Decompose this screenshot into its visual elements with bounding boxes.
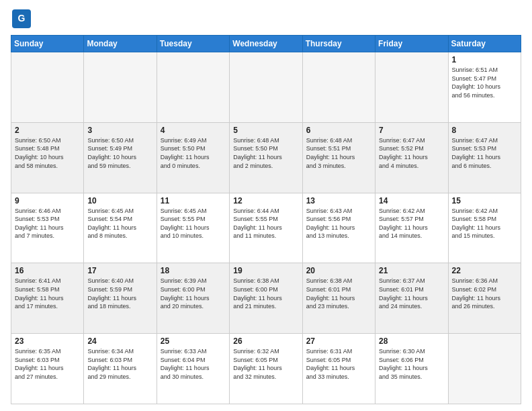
calendar-cell: 14Sunrise: 6:42 AM Sunset: 5:57 PM Dayli…: [375, 193, 448, 263]
day-info: Sunrise: 6:30 AM Sunset: 6:06 PM Dayligh…: [379, 347, 444, 381]
calendar-cell: [84, 52, 157, 123]
day-info: Sunrise: 6:50 AM Sunset: 5:49 PM Dayligh…: [87, 136, 152, 170]
day-number: 1: [452, 55, 517, 64]
calendar-cell: 15Sunrise: 6:42 AM Sunset: 5:58 PM Dayli…: [448, 193, 521, 263]
calendar-cell: 7Sunrise: 6:47 AM Sunset: 5:52 PM Daylig…: [375, 122, 448, 193]
day-number: 8: [452, 126, 517, 135]
calendar-table: SundayMondayTuesdayWednesdayThursdayFrid…: [11, 35, 521, 404]
weekday-header-row: SundayMondayTuesdayWednesdayThursdayFrid…: [11, 36, 521, 52]
calendar-cell: 26Sunrise: 6:32 AM Sunset: 6:05 PM Dayli…: [230, 334, 302, 404]
day-info: Sunrise: 6:48 AM Sunset: 5:50 PM Dayligh…: [233, 136, 298, 170]
day-number: 3: [87, 126, 152, 135]
day-info: Sunrise: 6:46 AM Sunset: 5:53 PM Dayligh…: [15, 207, 80, 240]
weekday-monday: Monday: [84, 36, 157, 52]
calendar-cell: [230, 52, 302, 123]
day-number: 4: [161, 126, 226, 135]
week-row-1: 1Sunrise: 6:51 AM Sunset: 5:47 PM Daylig…: [11, 52, 521, 123]
calendar-cell: 5Sunrise: 6:48 AM Sunset: 5:50 PM Daylig…: [230, 122, 302, 193]
day-info: Sunrise: 6:47 AM Sunset: 5:53 PM Dayligh…: [452, 136, 517, 170]
day-info: Sunrise: 6:35 AM Sunset: 6:03 PM Dayligh…: [15, 347, 80, 381]
day-number: 11: [161, 196, 226, 205]
calendar-cell: [302, 52, 375, 123]
day-info: Sunrise: 6:36 AM Sunset: 6:02 PM Dayligh…: [452, 277, 517, 310]
calendar-cell: 2Sunrise: 6:50 AM Sunset: 5:48 PM Daylig…: [11, 122, 84, 193]
calendar-cell: [157, 52, 229, 123]
calendar-cell: 18Sunrise: 6:39 AM Sunset: 6:00 PM Dayli…: [157, 263, 229, 334]
day-number: 10: [87, 196, 152, 205]
calendar-cell: [448, 334, 521, 404]
day-number: 2: [15, 126, 80, 135]
day-info: Sunrise: 6:32 AM Sunset: 6:05 PM Dayligh…: [233, 347, 298, 381]
day-info: Sunrise: 6:33 AM Sunset: 6:04 PM Dayligh…: [161, 347, 226, 381]
day-info: Sunrise: 6:45 AM Sunset: 5:55 PM Dayligh…: [161, 207, 226, 240]
calendar-cell: 20Sunrise: 6:38 AM Sunset: 6:01 PM Dayli…: [302, 263, 375, 334]
day-number: 25: [161, 336, 226, 346]
day-info: Sunrise: 6:49 AM Sunset: 5:50 PM Dayligh…: [161, 136, 226, 170]
calendar-cell: 4Sunrise: 6:49 AM Sunset: 5:50 PM Daylig…: [157, 122, 229, 193]
calendar-cell: 21Sunrise: 6:37 AM Sunset: 6:01 PM Dayli…: [375, 263, 448, 334]
day-info: Sunrise: 6:42 AM Sunset: 5:57 PM Dayligh…: [379, 207, 444, 240]
day-number: 19: [233, 266, 298, 275]
day-number: 13: [306, 196, 371, 205]
day-info: Sunrise: 6:31 AM Sunset: 6:05 PM Dayligh…: [306, 347, 371, 381]
logo: G: [11, 8, 35, 30]
day-info: Sunrise: 6:50 AM Sunset: 5:48 PM Dayligh…: [15, 136, 80, 170]
day-info: Sunrise: 6:41 AM Sunset: 5:58 PM Dayligh…: [15, 277, 80, 310]
day-number: 27: [306, 336, 371, 346]
day-number: 23: [15, 336, 80, 346]
calendar-cell: 10Sunrise: 6:45 AM Sunset: 5:54 PM Dayli…: [84, 193, 157, 263]
weekday-saturday: Saturday: [448, 36, 521, 52]
svg-text:G: G: [18, 13, 26, 24]
calendar-cell: 9Sunrise: 6:46 AM Sunset: 5:53 PM Daylig…: [11, 193, 84, 263]
weekday-sunday: Sunday: [11, 36, 84, 52]
day-number: 26: [233, 336, 298, 346]
calendar-cell: [11, 52, 84, 123]
day-info: Sunrise: 6:43 AM Sunset: 5:56 PM Dayligh…: [306, 207, 371, 240]
calendar-cell: 19Sunrise: 6:38 AM Sunset: 6:00 PM Dayli…: [230, 263, 302, 334]
day-number: 20: [306, 266, 371, 275]
calendar-cell: 24Sunrise: 6:34 AM Sunset: 6:03 PM Dayli…: [84, 334, 157, 404]
day-number: 15: [452, 196, 517, 205]
calendar-cell: [375, 52, 448, 123]
weekday-friday: Friday: [375, 36, 448, 52]
calendar-cell: 27Sunrise: 6:31 AM Sunset: 6:05 PM Dayli…: [302, 334, 375, 404]
weekday-wednesday: Wednesday: [230, 36, 302, 52]
calendar-cell: 17Sunrise: 6:40 AM Sunset: 5:59 PM Dayli…: [84, 263, 157, 334]
day-info: Sunrise: 6:39 AM Sunset: 6:00 PM Dayligh…: [161, 277, 226, 310]
calendar-cell: 16Sunrise: 6:41 AM Sunset: 5:58 PM Dayli…: [11, 263, 84, 334]
calendar-cell: 11Sunrise: 6:45 AM Sunset: 5:55 PM Dayli…: [157, 193, 229, 263]
day-number: 12: [233, 196, 298, 205]
weekday-thursday: Thursday: [302, 36, 375, 52]
calendar-cell: 6Sunrise: 6:48 AM Sunset: 5:51 PM Daylig…: [302, 122, 375, 193]
day-number: 28: [379, 336, 444, 346]
day-number: 14: [379, 196, 444, 205]
week-row-2: 2Sunrise: 6:50 AM Sunset: 5:48 PM Daylig…: [11, 122, 521, 193]
day-number: 5: [233, 126, 298, 135]
day-info: Sunrise: 6:40 AM Sunset: 5:59 PM Dayligh…: [87, 277, 152, 310]
day-info: Sunrise: 6:38 AM Sunset: 6:00 PM Dayligh…: [233, 277, 298, 310]
day-info: Sunrise: 6:45 AM Sunset: 5:54 PM Dayligh…: [87, 207, 152, 240]
page: G SundayMondayTuesdayWednesdayThursdayFr…: [0, 0, 532, 411]
week-row-3: 9Sunrise: 6:46 AM Sunset: 5:53 PM Daylig…: [11, 193, 521, 263]
day-info: Sunrise: 6:38 AM Sunset: 6:01 PM Dayligh…: [306, 277, 371, 310]
day-info: Sunrise: 6:44 AM Sunset: 5:55 PM Dayligh…: [233, 207, 298, 240]
day-number: 18: [161, 266, 226, 275]
day-number: 24: [87, 336, 152, 346]
logo-icon: G: [11, 8, 32, 30]
day-info: Sunrise: 6:48 AM Sunset: 5:51 PM Dayligh…: [306, 136, 371, 170]
calendar-cell: 8Sunrise: 6:47 AM Sunset: 5:53 PM Daylig…: [448, 122, 521, 193]
calendar-cell: 25Sunrise: 6:33 AM Sunset: 6:04 PM Dayli…: [157, 334, 229, 404]
day-info: Sunrise: 6:42 AM Sunset: 5:58 PM Dayligh…: [452, 207, 517, 240]
calendar-cell: 13Sunrise: 6:43 AM Sunset: 5:56 PM Dayli…: [302, 193, 375, 263]
day-number: 6: [306, 126, 371, 135]
calendar-cell: 22Sunrise: 6:36 AM Sunset: 6:02 PM Dayli…: [448, 263, 521, 334]
day-info: Sunrise: 6:34 AM Sunset: 6:03 PM Dayligh…: [87, 347, 152, 381]
calendar-cell: 28Sunrise: 6:30 AM Sunset: 6:06 PM Dayli…: [375, 334, 448, 404]
week-row-5: 23Sunrise: 6:35 AM Sunset: 6:03 PM Dayli…: [11, 334, 521, 404]
day-info: Sunrise: 6:51 AM Sunset: 5:47 PM Dayligh…: [452, 66, 517, 99]
day-info: Sunrise: 6:37 AM Sunset: 6:01 PM Dayligh…: [379, 277, 444, 310]
day-number: 16: [15, 266, 80, 275]
day-info: Sunrise: 6:47 AM Sunset: 5:52 PM Dayligh…: [379, 136, 444, 170]
day-number: 22: [452, 266, 517, 275]
calendar-cell: 1Sunrise: 6:51 AM Sunset: 5:47 PM Daylig…: [448, 52, 521, 123]
